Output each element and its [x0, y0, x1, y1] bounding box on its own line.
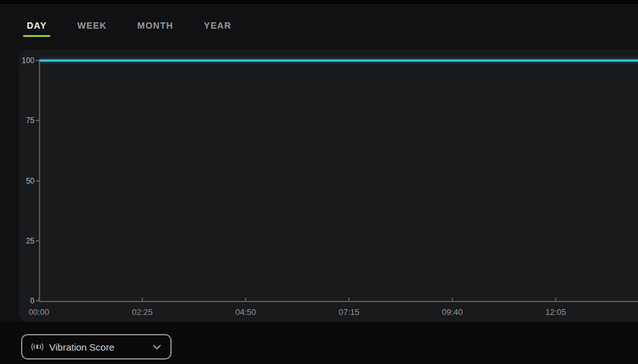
time-range-tabs: DAY WEEK MONTH YEAR [27, 18, 232, 37]
tab-day[interactable]: DAY [27, 18, 47, 37]
x-tick-label: 00:00 [24, 307, 54, 317]
x-tick-label: 07:15 [334, 307, 364, 317]
vibration-icon [31, 342, 43, 352]
footer-bar: Vibration Score [0, 322, 638, 364]
metric-selector-dropdown[interactable]: Vibration Score [21, 334, 172, 360]
tab-week-label: WEEK [77, 20, 107, 31]
active-tab-underline [23, 35, 50, 37]
y-tick-mark [36, 120, 40, 121]
x-tick-label: 09:40 [437, 307, 468, 317]
x-tick-mark [142, 298, 143, 302]
line-chart-plot-area: 1007550250 00:0002:2504:5007:1509:4012:0… [19, 50, 638, 322]
x-tick-mark [38, 298, 40, 302]
series-line-vibration-score [40, 59, 638, 62]
y-tick-mark [36, 180, 40, 182]
x-tick-mark [245, 298, 246, 302]
y-tick-label: 0 [19, 296, 34, 305]
x-tick-label: 04:50 [230, 307, 261, 317]
tab-week[interactable]: WEEK [77, 18, 107, 37]
vibration-score-chart-panel: 1007550250 00:0002:2504:5007:1509:4012:0… [19, 50, 638, 322]
x-tick-mark [555, 298, 556, 302]
x-axis-line [39, 301, 638, 302]
metric-selector-label: Vibration Score [49, 342, 114, 353]
y-tick-label: 75 [19, 116, 34, 125]
tab-year[interactable]: YEAR [204, 18, 232, 37]
x-tick-mark [452, 298, 453, 302]
tab-month-label: MONTH [137, 20, 173, 31]
x-tick-mark [348, 298, 350, 302]
chevron-down-icon [152, 344, 161, 350]
window-top-strip [0, 0, 638, 5]
x-tick-label: 12:05 [540, 307, 571, 317]
tab-month[interactable]: MONTH [137, 18, 173, 37]
tab-year-label: YEAR [204, 20, 232, 31]
tab-day-label: DAY [27, 20, 47, 31]
x-tick-label: 02:25 [127, 307, 158, 317]
y-tick-label: 100 [19, 56, 34, 65]
y-tick-mark [36, 240, 40, 242]
y-tick-label: 25 [19, 237, 34, 245]
y-tick-label: 50 [19, 177, 34, 186]
